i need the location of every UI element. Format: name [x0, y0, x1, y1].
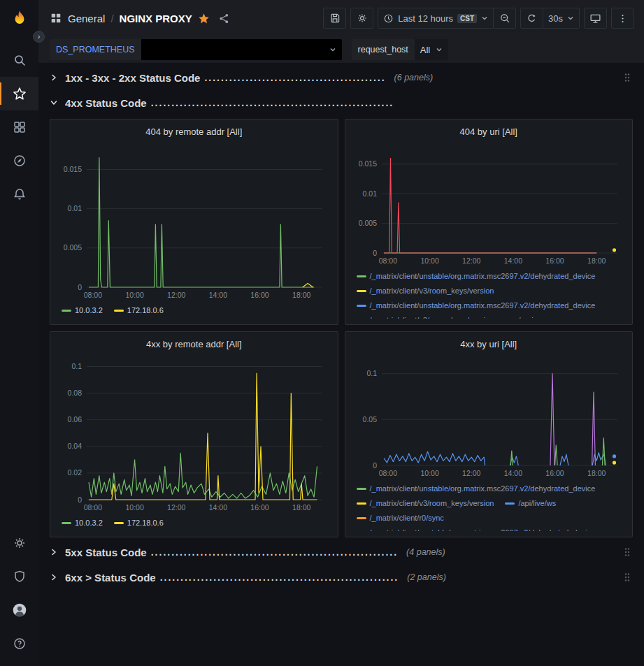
svg-text:0.02: 0.02 — [68, 468, 83, 477]
svg-text:12:00: 12:00 — [462, 469, 480, 477]
zoom-out-icon — [499, 13, 510, 24]
svg-text:18:00: 18:00 — [292, 291, 310, 299]
svg-text:18:00: 18:00 — [292, 503, 310, 512]
svg-text:0: 0 — [78, 283, 82, 291]
sidebar-item-dashboards[interactable] — [0, 110, 38, 144]
sidebar-item-help[interactable] — [0, 627, 38, 660]
svg-text:18:00: 18:00 — [587, 256, 606, 265]
dashboard-title[interactable]: NGINX PROXY — [120, 13, 192, 24]
refresh-icon — [527, 13, 537, 24]
legend-item[interactable]: /_matrix/client/v3/room_keys/version — [357, 284, 494, 298]
sidebar-item-server-admin[interactable] — [0, 560, 38, 593]
topbar: General / NGINX PROXY — [38, 0, 644, 36]
chart-404-by-uri[interactable]: 00.0050.010.01508:0010:0012:0014:0016:00… — [352, 140, 626, 266]
legend-item[interactable]: /_matrix/client/unstable/org.matrix.msc2… — [357, 298, 596, 313]
legend-item[interactable]: /_matrix/client/unstable/org.matrix.msc2… — [357, 526, 596, 531]
sidebar-nav-top — [0, 43, 38, 211]
svg-text:16:00: 16:00 — [250, 503, 269, 512]
legend-item[interactable]: /sw.js — [505, 313, 537, 319]
svg-text:0.1: 0.1 — [71, 362, 82, 370]
row-drag-handle[interactable] — [624, 547, 630, 557]
row-drag-handle[interactable] — [624, 572, 630, 582]
panel-4xx-by-remote-addr: 4xx by remote addr [All] 00.020.040.060.… — [50, 331, 338, 537]
legend-item[interactable]: /_matrix/client/unstable/org.matrix.msc2… — [357, 269, 596, 284]
topbar-actions: Last 12 hours CST 30s — [323, 8, 634, 29]
svg-text:0: 0 — [78, 495, 82, 504]
legend-label: 10.0.3.2 — [75, 516, 103, 530]
monitor-icon — [589, 13, 601, 24]
grafana-logo[interactable] — [8, 7, 31, 31]
request-host-value-select[interactable]: All — [415, 39, 448, 60]
row-6xx[interactable]: 6xx > Status Code ......................… — [50, 567, 633, 588]
grafana-flame-icon — [10, 9, 29, 29]
row-title: 6xx > Status Code — [65, 572, 156, 584]
svg-text:14:00: 14:00 — [209, 503, 227, 512]
apps-icon — [50, 12, 62, 24]
legend-item[interactable]: /_matrix/client/v3/room_keys/version — [357, 313, 494, 319]
panel-title[interactable]: 4xx by uri [All] — [352, 336, 626, 353]
datasource-label[interactable]: DS_PROMETHEUS — [50, 39, 141, 60]
row-leader-dots: ........................................… — [151, 546, 398, 558]
sidebar-item-configuration[interactable] — [0, 526, 38, 560]
panels-grid: 404 by remote addr [All] 00.0050.010.015… — [50, 119, 633, 537]
sidebar-item-starred[interactable] — [0, 77, 38, 110]
refresh-button[interactable] — [520, 8, 543, 29]
panel-title[interactable]: 4xx by remote addr [All] — [57, 336, 331, 353]
legend-item[interactable]: 172.18.0.6 — [114, 303, 164, 318]
svg-text:0.005: 0.005 — [64, 243, 82, 252]
row-1xx-3xx-2xx[interactable]: 1xx - 3xx - 2xx Status Code ............… — [50, 67, 633, 88]
sidebar-item-search[interactable] — [0, 43, 38, 77]
legend-item[interactable]: /_matrix/client/v3/room_keys/version — [357, 496, 494, 511]
save-dashboard-button[interactable] — [323, 8, 346, 29]
refresh-interval-label: 30s — [548, 13, 563, 24]
more-options-button[interactable] — [611, 8, 634, 29]
sidebar-item-alerting[interactable] — [0, 178, 38, 211]
favorite-star-icon[interactable] — [198, 13, 210, 24]
request-host-value: All — [420, 45, 430, 55]
legend-label: /_matrix/client/v3/room_keys/version — [370, 284, 494, 298]
chart-404-by-remote-addr[interactable]: 00.0050.010.01508:0010:0012:0014:0016:00… — [57, 140, 331, 300]
svg-text:0.01: 0.01 — [68, 204, 83, 212]
chevron-down-icon — [436, 46, 443, 53]
legend-label: /_matrix/client/v3/room_keys/version — [370, 496, 494, 511]
breadcrumb-section[interactable]: General — [68, 13, 105, 24]
row-4xx[interactable]: 4xx Status Code ........................… — [50, 92, 633, 113]
tv-mode-button[interactable] — [584, 8, 607, 29]
request-host-label[interactable]: request_host — [352, 39, 415, 60]
legend-item[interactable]: /_matrix/client/unstable/org.matrix.msc2… — [357, 482, 596, 496]
zoom-out-button[interactable] — [493, 8, 516, 29]
legend-item[interactable]: /_matrix/client/r0/sync — [357, 511, 444, 526]
chart-4xx-by-remote-addr[interactable]: 00.020.040.060.080.108:0010:0012:0014:00… — [57, 353, 331, 512]
row-5xx[interactable]: 5xx Status Code ........................… — [50, 542, 633, 563]
legend-item[interactable]: 172.18.0.6 — [114, 516, 164, 530]
chart-4xx-by-uri[interactable]: 00.050.108:0010:0012:0014:0016:0018:00 — [352, 353, 626, 478]
sidebar-item-profile[interactable] — [0, 593, 38, 627]
refresh-interval-picker[interactable]: 30s — [543, 8, 580, 29]
row-drag-handle[interactable] — [624, 73, 630, 82]
svg-text:0.015: 0.015 — [64, 165, 82, 173]
panel-title[interactable]: 404 by uri [All] — [352, 124, 626, 140]
compass-icon — [13, 154, 27, 168]
svg-text:0.06: 0.06 — [68, 415, 83, 424]
datasource-value-select[interactable] — [141, 39, 342, 60]
refresh-controls: 30s — [520, 8, 580, 29]
legend-item[interactable]: 10.0.3.2 — [62, 303, 103, 318]
avatar — [13, 603, 27, 617]
svg-text:12:00: 12:00 — [167, 503, 185, 512]
legend-label: /api/live/ws — [518, 496, 556, 511]
row-panel-count: (2 panels) — [407, 572, 446, 582]
main-area: General / NGINX PROXY — [38, 0, 644, 666]
share-icon[interactable] — [218, 13, 230, 24]
legend-item[interactable]: /api/live/ws — [505, 496, 556, 511]
panel-title[interactable]: 404 by remote addr [All] — [57, 124, 331, 140]
time-range-picker[interactable]: Last 12 hours CST — [378, 8, 494, 29]
row-leader-dots: ........................................… — [204, 72, 385, 83]
legend-item[interactable]: 10.0.3.2 — [62, 516, 103, 530]
time-controls: Last 12 hours CST — [378, 8, 516, 29]
sidebar-item-explore[interactable] — [0, 144, 38, 178]
legend-swatch — [357, 275, 366, 277]
svg-text:08:00: 08:00 — [378, 256, 396, 265]
sidebar-expand-button[interactable]: › — [33, 31, 45, 43]
svg-text:10:00: 10:00 — [125, 291, 143, 299]
dashboard-settings-button[interactable] — [350, 8, 373, 29]
